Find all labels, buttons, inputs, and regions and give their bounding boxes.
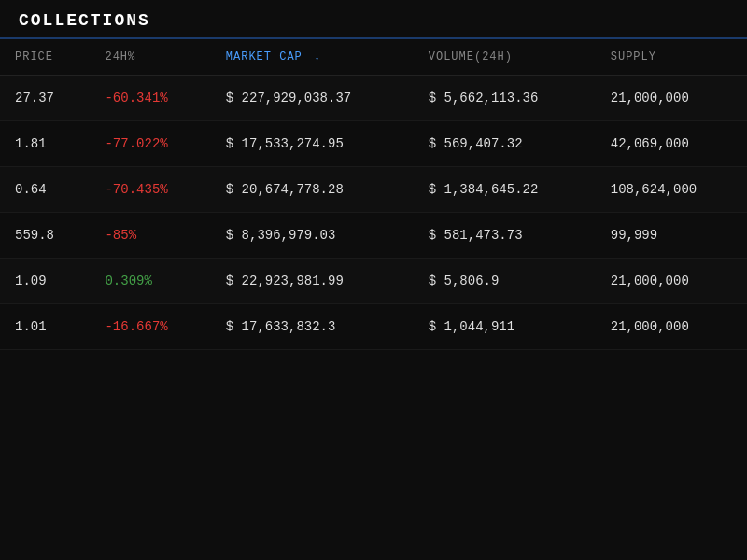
cell-change24h: 0.309% <box>90 259 210 304</box>
table-row[interactable]: 1.81-77.022%$ 17,533,274.95$ 569,407.324… <box>0 121 747 167</box>
table-row[interactable]: 1.090.309%$ 22,923,981.99$ 5,806.921,000… <box>0 259 747 304</box>
cell-supply: 42,069,000 <box>596 121 747 167</box>
cell-supply: 108,624,000 <box>596 167 747 213</box>
table-row[interactable]: 559.8-85%$ 8,396,979.03$ 581,473.7399,99… <box>0 213 747 259</box>
cell-price: 1.01 <box>0 304 90 350</box>
cell-supply: 99,999 <box>596 213 747 259</box>
cell-market-cap: $ 20,674,778.28 <box>211 167 414 213</box>
cell-price: 559.8 <box>0 213 90 259</box>
table-row[interactable]: 27.37-60.341%$ 227,929,038.37$ 5,662,113… <box>0 76 747 121</box>
col-header-volume[interactable]: VOLUME(24H) <box>414 39 596 76</box>
cell-volume: $ 1,384,645.22 <box>414 167 596 213</box>
cell-market-cap: $ 8,396,979.03 <box>211 213 414 259</box>
cell-price: 0.64 <box>0 167 90 213</box>
table-row[interactable]: 0.64-70.435%$ 20,674,778.28$ 1,384,645.2… <box>0 167 747 213</box>
collections-table: PRICE 24H% MARKET CAP ↓ VOLUME(24H) SUPP… <box>0 39 747 350</box>
cell-volume: $ 581,473.73 <box>414 213 596 259</box>
cell-change24h: -77.022% <box>90 121 210 167</box>
cell-volume: $ 1,044,911 <box>414 304 596 350</box>
cell-volume: $ 569,407.32 <box>414 121 596 167</box>
cell-price: 1.09 <box>0 259 90 304</box>
table-body: 27.37-60.341%$ 227,929,038.37$ 5,662,113… <box>0 76 747 350</box>
cell-market-cap: $ 17,633,832.3 <box>211 304 414 350</box>
cell-change24h: -60.341% <box>90 76 210 121</box>
col-header-24h[interactable]: 24H% <box>90 39 210 76</box>
table-header: PRICE 24H% MARKET CAP ↓ VOLUME(24H) SUPP… <box>0 39 747 76</box>
cell-price: 1.81 <box>0 121 90 167</box>
sort-down-icon: ↓ <box>314 50 321 63</box>
cell-supply: 21,000,000 <box>596 76 747 121</box>
page-title: COLLECTIONS <box>19 11 150 30</box>
collections-table-container: PRICE 24H% MARKET CAP ↓ VOLUME(24H) SUPP… <box>0 39 747 350</box>
cell-market-cap: $ 22,923,981.99 <box>211 259 414 304</box>
col-header-market-cap[interactable]: MARKET CAP ↓ <box>211 39 414 76</box>
cell-change24h: -85% <box>90 213 210 259</box>
cell-volume: $ 5,662,113.36 <box>414 76 596 121</box>
cell-change24h: -16.667% <box>90 304 210 350</box>
cell-supply: 21,000,000 <box>596 304 747 350</box>
cell-volume: $ 5,806.9 <box>414 259 596 304</box>
cell-change24h: -70.435% <box>90 167 210 213</box>
col-header-price[interactable]: PRICE <box>0 39 90 76</box>
cell-price: 27.37 <box>0 76 90 121</box>
table-header-row: PRICE 24H% MARKET CAP ↓ VOLUME(24H) SUPP… <box>0 39 747 76</box>
cell-market-cap: $ 227,929,038.37 <box>211 76 414 121</box>
page-header: COLLECTIONS <box>0 0 747 39</box>
cell-market-cap: $ 17,533,274.95 <box>211 121 414 167</box>
table-row[interactable]: 1.01-16.667%$ 17,633,832.3$ 1,044,91121,… <box>0 304 747 350</box>
col-header-supply[interactable]: SUPPLY <box>596 39 747 76</box>
cell-supply: 21,000,000 <box>596 259 747 304</box>
